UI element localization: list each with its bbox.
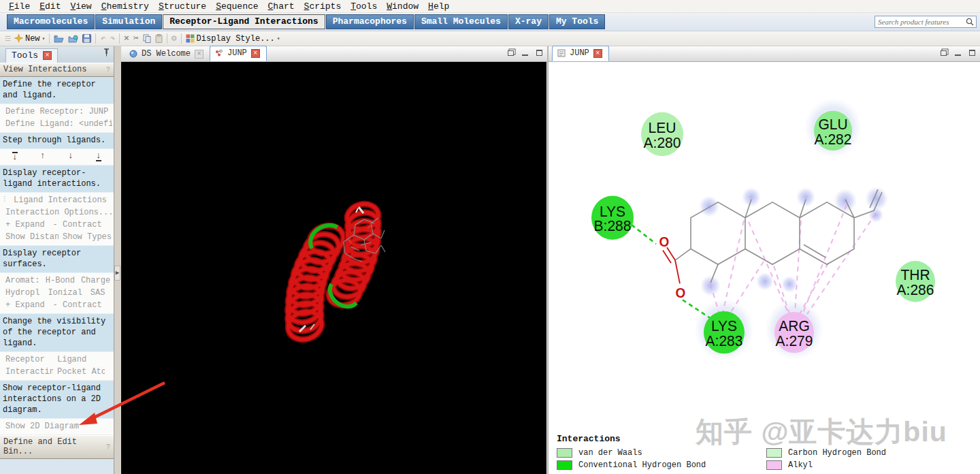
close-tab-icon[interactable]: × [195, 50, 203, 59]
show-2d-diagram-link[interactable]: Show 2D Diagram [1, 421, 83, 432]
visibility-receptor[interactable]: Receptor [1, 354, 53, 365]
help-icon[interactable]: ? [106, 66, 110, 74]
section-view-interactions[interactable]: View Interactions ? [0, 63, 114, 77]
maximize-window-icon[interactable] [969, 50, 975, 56]
show-types-link[interactable]: Show Types [59, 232, 112, 242]
copy-button[interactable] [141, 33, 153, 45]
surface-sas[interactable]: SAS [86, 287, 110, 298]
define-ligand-link[interactable]: Define Ligand: <undefir [1, 118, 112, 129]
menu-item-window[interactable]: Window [382, 1, 423, 12]
surface-ionizal[interactable]: Ionizal [44, 287, 86, 298]
menu-item-chemistry[interactable]: Chemistry [97, 1, 154, 12]
previous-ligand-button[interactable]: ↑ [36, 152, 50, 161]
ds-welcome-icon [129, 50, 137, 58]
visibility-pocketator[interactable]: Pocket Ator [53, 366, 105, 377]
visibility-ligand[interactable]: Ligand [53, 354, 105, 365]
tab-label: JUNP [570, 48, 589, 58]
contract-link[interactable]: - Contract [49, 219, 106, 230]
instruction-2d-diagram: Show receptor-ligand interactions on a 2… [0, 381, 114, 419]
surface-aromat[interactable]: Aromat: [1, 275, 42, 286]
ribbon-tab-receptor-ligand-interactions[interactable]: Receptor-Ligand Interactions [163, 14, 325, 29]
tab-junp-2d[interactable]: JUNP × [552, 46, 609, 61]
ribbon-tab-x-ray[interactable]: X-ray [508, 14, 549, 29]
document-tab-bar: DS Welcome × JUNP × [121, 46, 547, 62]
menu-item-help[interactable]: Help [423, 1, 454, 12]
last-ligand-button[interactable]: ↓ [92, 152, 105, 161]
close-tab-icon[interactable]: × [251, 49, 260, 58]
delete-button[interactable]: × [122, 33, 131, 45]
toolbar-grip[interactable]: ☲ [3, 35, 12, 43]
menu-item-file[interactable]: File [4, 1, 35, 12]
restore-window-icon[interactable] [941, 50, 947, 56]
open-url-button[interactable] [66, 33, 80, 45]
tab-junp-3d[interactable]: JUNP × [210, 46, 267, 61]
ribbon-tab-my-tools[interactable]: My Tools [549, 14, 605, 29]
contract-surface-link[interactable]: - Contract [49, 300, 106, 311]
legend-item: Carbon Hydrogen Bond [766, 448, 886, 458]
section-define-edit-binding[interactable]: Define and Edit Bin... ? [0, 435, 114, 459]
first-ligand-button[interactable]: ↓ [8, 152, 22, 161]
maximize-window-icon[interactable] [536, 50, 542, 56]
window-controls [941, 50, 975, 56]
new-button[interactable]: New ▾ [12, 33, 47, 45]
tools-close-icon[interactable]: × [43, 51, 52, 60]
save-button[interactable] [80, 33, 93, 45]
menu-item-sequence[interactable]: Sequence [211, 1, 263, 12]
viewer-3d-panel: DS Welcome × JUNP × [121, 46, 547, 474]
menu-item-structure[interactable]: Structure [154, 1, 211, 12]
pin-icon[interactable] [103, 48, 110, 63]
collapse-sidebar-handle[interactable]: ▶ [114, 266, 120, 281]
interaction-options-link[interactable]: Interaction Options... [1, 207, 112, 218]
menu-item-chart[interactable]: Chart [263, 1, 299, 12]
surface-hydropl[interactable]: Hydropl [1, 287, 44, 298]
display-style-button[interactable]: Display Style... ▾ [184, 33, 282, 45]
paste-button[interactable] [153, 33, 165, 45]
undo-button[interactable]: ↶ [98, 33, 108, 45]
open-url-icon [68, 35, 78, 43]
ligand-interactions-icon: ⋮ [1, 195, 8, 206]
ribbon-tab-pharmacophores[interactable]: Pharmacophores [326, 14, 414, 29]
define-receptor-link[interactable]: Define Receptor: JUNP [1, 106, 112, 117]
menu-item-view[interactable]: View [65, 1, 96, 12]
expand-link[interactable]: + Expand [1, 219, 49, 230]
ligand-step-buttons: ↓ ↑ ↓ ↓ [0, 149, 114, 165]
close-tab-icon[interactable]: × [593, 49, 602, 58]
toolbar-separator [49, 33, 50, 44]
molecule-3d-viewport[interactable] [121, 62, 546, 474]
vertical-splitter[interactable]: ▶ [114, 46, 121, 474]
legend-label: Alkyl [788, 460, 813, 470]
next-ligand-button[interactable]: ↓ [64, 152, 78, 161]
settings-button[interactable]: ⚙ [169, 33, 179, 45]
expand-surface-link[interactable]: + Expand [1, 300, 49, 311]
instruction-step: Step through ligands. [0, 133, 114, 149]
search-input[interactable] [875, 17, 965, 27]
product-search[interactable] [875, 16, 977, 28]
menu-item-edit[interactable]: Edit [35, 1, 65, 12]
ribbon-tab-macromolecules[interactable]: Macromolecules [7, 14, 95, 29]
ligand-interactions-link[interactable]: Ligand Interactions [10, 195, 111, 206]
cut-button[interactable]: ✂ [131, 33, 141, 45]
restore-window-icon[interactable] [508, 50, 514, 56]
gear-icon: ⚙ [172, 34, 177, 43]
visibility-interacting[interactable]: Interacting [1, 366, 53, 377]
instruction-display-interactions: Display receptor-ligand interactions. [0, 165, 114, 193]
ribbon-tab-small-molecules[interactable]: Small Molecules [414, 14, 508, 29]
help-icon[interactable]: ? [106, 443, 110, 451]
surface-charge[interactable]: Charge [77, 275, 112, 286]
open-button[interactable] [52, 33, 66, 45]
tab-ds-welcome[interactable]: DS Welcome × [125, 47, 210, 61]
menu-item-tools[interactable]: Tools [346, 1, 382, 12]
ribbon-tab-simulation[interactable]: Simulation [95, 14, 162, 29]
oxygen-atom: O [676, 285, 686, 300]
helix-render [121, 62, 546, 474]
oxygen-atom: O [659, 234, 670, 249]
redo-button[interactable]: ↷ [108, 33, 117, 45]
show-distances-link[interactable]: Show Distan [1, 232, 59, 242]
tools-tab[interactable]: Tools × [5, 48, 58, 63]
minimize-window-icon[interactable] [955, 50, 961, 56]
display-style-caret[interactable]: ▾ [277, 35, 280, 42]
new-dropdown-caret[interactable]: ▾ [42, 35, 46, 42]
menu-item-scripts[interactable]: Scripts [299, 1, 346, 12]
surface-hbond[interactable]: H-Bond [42, 275, 77, 286]
minimize-window-icon[interactable] [522, 50, 528, 56]
